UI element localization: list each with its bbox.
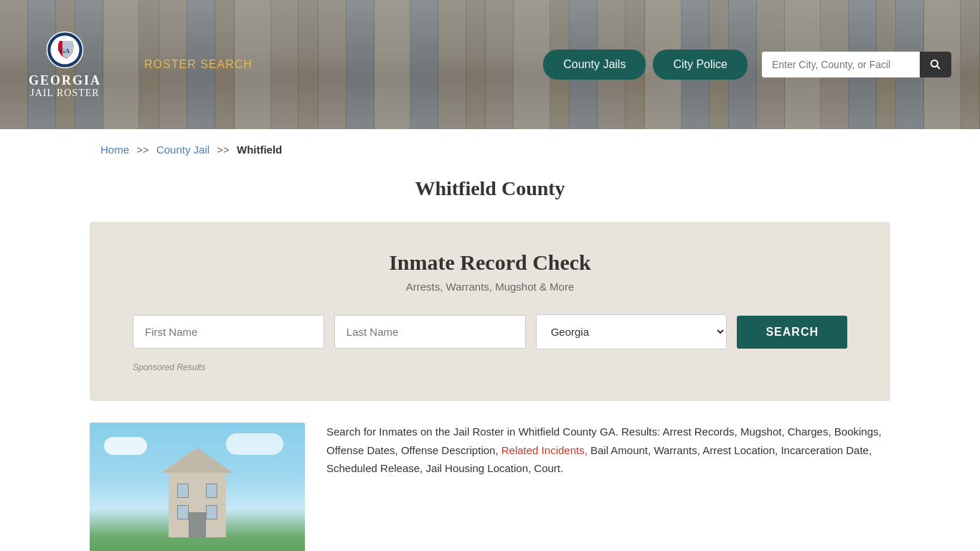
logo-jail-roster: JAIL ROSTER [30, 88, 99, 99]
breadcrumb-home[interactable]: Home [100, 143, 129, 156]
window-decoration [177, 484, 189, 498]
highlight-related-incidents: Related Incidents, [501, 444, 588, 456]
last-name-input[interactable] [334, 315, 526, 349]
record-check-form: Georgia Alabama Florida Tennessee SEARCH [133, 314, 847, 349]
bottom-description: Search for Inmates on the Jail Roster in… [326, 423, 890, 478]
building-silhouette-decoration [169, 473, 226, 537]
building-roof-decoration [161, 448, 233, 473]
state-select[interactable]: Georgia Alabama Florida Tennessee [536, 314, 727, 349]
window-decoration-4 [206, 505, 217, 519]
svg-line-4 [937, 66, 940, 69]
nav-roster-search[interactable]: ROSTER SEARCH [144, 58, 253, 71]
svg-point-3 [931, 60, 938, 67]
window-decoration-3 [177, 505, 189, 519]
header-search-input[interactable] [762, 52, 920, 77]
county-jails-button[interactable]: County Jails [543, 50, 646, 80]
record-check-search-button[interactable]: SEARCH [737, 316, 847, 349]
logo-georgia: GEORGIA [29, 74, 101, 88]
breadcrumb: Home >> County Jail >> Whitfield [0, 129, 980, 170]
breadcrumb-sep2: >> [217, 143, 230, 156]
header: GA GEORGIA JAIL ROSTER ROSTER SEARCH Cou… [0, 0, 980, 129]
cloud-decoration [104, 437, 147, 455]
jail-building-image [90, 423, 305, 551]
svg-text:GA: GA [60, 47, 70, 55]
header-search-bar [762, 52, 951, 77]
cloud-decoration-2 [226, 433, 283, 455]
breadcrumb-county-jail[interactable]: County Jail [156, 143, 209, 156]
georgia-state-seal-icon: GA [45, 30, 85, 70]
city-police-button[interactable]: City Police [653, 50, 748, 80]
breadcrumb-sep1: >> [136, 143, 149, 156]
door-decoration [189, 512, 206, 537]
search-icon [930, 59, 941, 70]
record-check-subtitle: Arrests, Warrants, Mugshot & More [133, 281, 847, 293]
sponsored-results-label: Sponsored Results [133, 362, 847, 372]
header-content: GA GEORGIA JAIL ROSTER ROSTER SEARCH Cou… [0, 0, 980, 129]
bottom-section: Search for Inmates on the Jail Roster in… [0, 401, 980, 551]
grass-decoration [90, 537, 305, 551]
window-decoration-2 [206, 484, 217, 498]
first-name-input[interactable] [133, 315, 324, 349]
breadcrumb-current: Whitfield [237, 143, 282, 156]
logo-area[interactable]: GA GEORGIA JAIL ROSTER [29, 30, 101, 100]
header-search-button[interactable] [920, 52, 951, 77]
record-check-section: Inmate Record Check Arrests, Warrants, M… [90, 222, 890, 401]
page-title: Whitfield County [0, 177, 980, 200]
nav-buttons: County Jails City Police [543, 50, 748, 80]
record-check-title: Inmate Record Check [133, 250, 847, 275]
